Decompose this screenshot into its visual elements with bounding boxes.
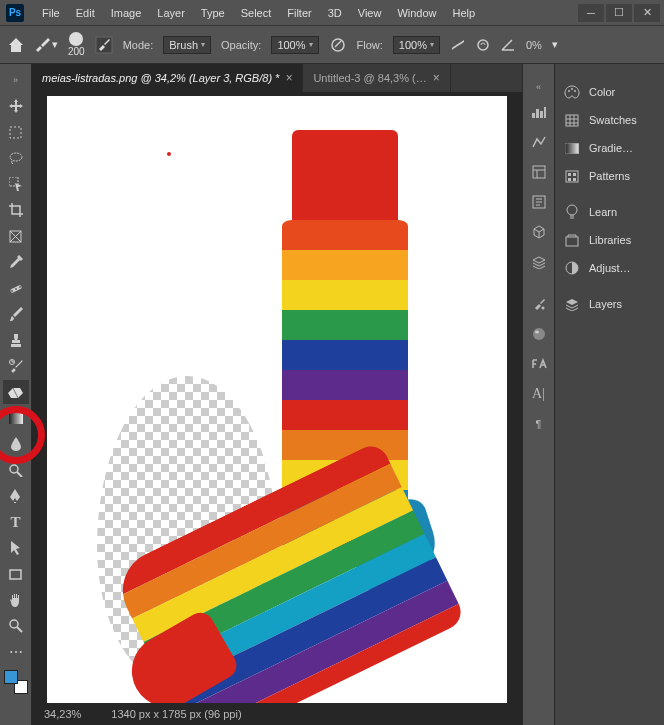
paragraph-icon[interactable]: ¶ xyxy=(529,414,549,434)
history-brush-tool[interactable] xyxy=(3,354,29,378)
dodge-tool[interactable] xyxy=(3,458,29,482)
menu-filter[interactable]: Filter xyxy=(279,3,319,23)
window-controls: ─ ☐ ✕ xyxy=(578,4,660,22)
pen-tool[interactable] xyxy=(3,484,29,508)
svg-point-2 xyxy=(478,40,488,50)
zoom-tool[interactable] xyxy=(3,614,29,638)
layers-icon xyxy=(563,296,581,312)
eraser-tool[interactable] xyxy=(3,380,29,404)
brush-preview[interactable]: 200 xyxy=(68,32,85,57)
eyedropper-tool[interactable] xyxy=(3,250,29,274)
hand-tool[interactable] xyxy=(3,588,29,612)
close-button[interactable]: ✕ xyxy=(634,4,660,22)
right-panels: Color Swatches Gradie… Patterns Learn Li… xyxy=(554,64,664,725)
menu-window[interactable]: Window xyxy=(389,3,444,23)
navigator-icon[interactable] xyxy=(529,132,549,152)
layers-panel-icon[interactable] xyxy=(529,252,549,272)
panel-gradients[interactable]: Gradie… xyxy=(555,134,664,162)
panel-patterns[interactable]: Patterns xyxy=(555,162,664,190)
menu-view[interactable]: View xyxy=(350,3,390,23)
smoothing-icon[interactable] xyxy=(476,38,490,52)
sphere-icon[interactable] xyxy=(529,324,549,344)
mode-dropdown[interactable]: Brush▾ xyxy=(163,36,211,54)
foreground-color-swatch[interactable] xyxy=(4,670,18,684)
panel-adjustments[interactable]: Adjust… xyxy=(555,254,664,282)
libraries-icon xyxy=(563,232,581,248)
svg-point-22 xyxy=(541,307,544,310)
brush-dot-icon xyxy=(69,32,83,46)
status-bar: 34,23% 1340 px x 1785 px (96 ppi) xyxy=(32,703,522,725)
panel-libraries[interactable]: Libraries xyxy=(555,226,664,254)
extra-pct: 0% xyxy=(526,39,542,51)
brush-tool[interactable] xyxy=(3,302,29,326)
svg-rect-12 xyxy=(9,413,23,424)
menu-3d[interactable]: 3D xyxy=(320,3,350,23)
properties-icon[interactable] xyxy=(529,162,549,182)
expand-toolbar[interactable]: » xyxy=(3,68,29,92)
menu-select[interactable]: Select xyxy=(233,3,280,23)
close-icon[interactable]: × xyxy=(285,71,292,85)
document-tabs: meias-listradas.png @ 34,2% (Layer 3, RG… xyxy=(32,64,522,92)
zoom-value[interactable]: 34,23% xyxy=(44,708,81,720)
menu-layer[interactable]: Layer xyxy=(149,3,193,23)
gradient-tool[interactable] xyxy=(3,406,29,430)
flow-label: Flow: xyxy=(357,39,383,51)
svg-rect-17 xyxy=(536,109,539,118)
angle-icon[interactable] xyxy=(500,38,516,52)
histogram-icon[interactable] xyxy=(529,102,549,122)
svg-point-9 xyxy=(15,288,17,290)
menu-help[interactable]: Help xyxy=(445,3,484,23)
svg-rect-20 xyxy=(533,166,545,178)
blur-tool[interactable] xyxy=(3,432,29,456)
minimize-button[interactable]: ─ xyxy=(578,4,604,22)
lasso-tool[interactable] xyxy=(3,146,29,170)
healing-tool[interactable] xyxy=(3,276,29,300)
type-tool[interactable]: T xyxy=(3,510,29,534)
quick-select-tool[interactable] xyxy=(3,172,29,196)
pressure-opacity-icon[interactable] xyxy=(329,37,347,53)
stamp-tool[interactable] xyxy=(3,328,29,352)
path-select-tool[interactable] xyxy=(3,536,29,560)
shape-tool[interactable] xyxy=(3,562,29,586)
canvas[interactable] xyxy=(47,96,507,703)
tab-inactive[interactable]: Untitled-3 @ 84,3% (… × xyxy=(303,64,450,92)
glyphs-icon[interactable] xyxy=(529,354,549,374)
brush-panel-toggle[interactable] xyxy=(95,36,113,54)
airbrush-icon[interactable] xyxy=(450,38,466,52)
flow-dropdown[interactable]: 100%▾ xyxy=(393,36,440,54)
home-icon[interactable] xyxy=(8,38,24,52)
character-icon[interactable] xyxy=(529,192,549,212)
marquee-tool[interactable] xyxy=(3,120,29,144)
opacity-dropdown[interactable]: 100%▾ xyxy=(271,36,318,54)
titlebar: Ps File Edit Image Layer Type Select Fil… xyxy=(0,0,664,26)
maximize-button[interactable]: ☐ xyxy=(606,4,632,22)
panel-learn[interactable]: Learn xyxy=(555,198,664,226)
left-toolbar: » T ⋯ xyxy=(0,64,32,725)
type-panel-icon[interactable]: A| xyxy=(529,384,549,404)
crop-tool[interactable] xyxy=(3,198,29,222)
tab-active[interactable]: meias-listradas.png @ 34,2% (Layer 3, RG… xyxy=(32,64,303,92)
svg-rect-3 xyxy=(10,127,21,138)
menu-edit[interactable]: Edit xyxy=(68,3,103,23)
panel-swatches[interactable]: Swatches xyxy=(555,106,664,134)
actions-icon[interactable] xyxy=(529,294,549,314)
menu-type[interactable]: Type xyxy=(193,3,233,23)
menu-file[interactable]: File xyxy=(34,3,68,23)
right-icon-rail: « A| ¶ xyxy=(522,64,554,725)
panel-color[interactable]: Color xyxy=(555,78,664,106)
palette-icon xyxy=(563,84,581,100)
panel-layers[interactable]: Layers xyxy=(555,290,664,318)
frame-tool[interactable] xyxy=(3,224,29,248)
3d-icon[interactable] xyxy=(529,222,549,242)
edit-toolbar[interactable]: ⋯ xyxy=(3,640,29,664)
menu-image[interactable]: Image xyxy=(103,3,150,23)
canvas-viewport[interactable] xyxy=(32,92,522,703)
sock-cuff xyxy=(292,130,398,226)
collapse-rail[interactable]: « xyxy=(536,82,541,92)
doc-dimensions: 1340 px x 1785 px (96 ppi) xyxy=(111,708,241,720)
color-swatches[interactable] xyxy=(4,670,28,694)
tool-preset-icon[interactable]: ▾ xyxy=(34,38,58,52)
close-icon[interactable]: × xyxy=(433,71,440,85)
adjust-icon xyxy=(563,260,581,276)
move-tool[interactable] xyxy=(3,94,29,118)
